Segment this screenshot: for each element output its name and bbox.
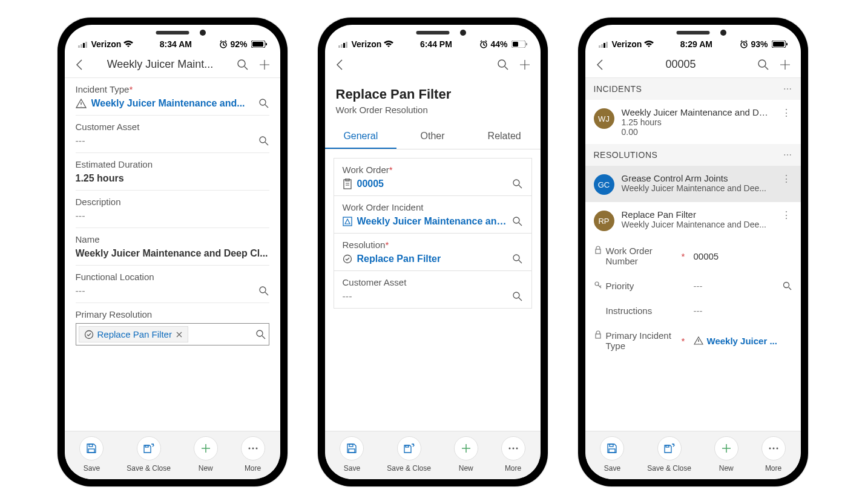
field-instructions[interactable]: Instructions ---: [585, 298, 801, 323]
back-button[interactable]: [72, 57, 87, 72]
field-description[interactable]: Description ---: [76, 191, 269, 228]
field-customer-asset[interactable]: Customer Asset ---: [76, 116, 269, 153]
wifi-icon: [123, 41, 133, 48]
signal-icon: [338, 41, 349, 48]
svg-rect-26: [513, 42, 518, 47]
remove-chip-icon[interactable]: [176, 331, 183, 338]
search-button[interactable]: [755, 56, 772, 73]
field-label: Estimated Duration: [76, 159, 269, 169]
item-line2: 1.25 hours: [622, 117, 773, 127]
add-button[interactable]: [777, 56, 794, 73]
field-label: Resolution: [343, 240, 386, 250]
save-button[interactable]: Save: [600, 436, 624, 473]
form-content: INCIDENTS ⋯ WJ Weekly Juicer Maintenance…: [585, 78, 801, 431]
new-button[interactable]: New: [454, 436, 478, 473]
svg-point-13: [257, 330, 263, 336]
search-button[interactable]: [234, 56, 251, 73]
resolution-list-item[interactable]: RP Replace Pan Filter Weekly Juicer Main…: [585, 202, 801, 238]
save-button[interactable]: Save: [340, 436, 364, 473]
save-close-icon: [403, 443, 415, 454]
wifi-icon: [644, 41, 654, 48]
svg-rect-1: [81, 44, 82, 48]
add-button[interactable]: [256, 56, 273, 73]
svg-rect-39: [406, 445, 409, 447]
carrier-label: Verizon: [612, 39, 642, 49]
button-label: Save: [344, 464, 360, 473]
section-title: RESOLUTIONS: [594, 150, 658, 160]
section-more-icon[interactable]: ⋯: [783, 150, 792, 160]
svg-rect-44: [601, 44, 603, 48]
svg-point-59: [769, 447, 771, 449]
back-button[interactable]: [593, 57, 607, 72]
svg-rect-0: [78, 45, 80, 48]
lookup-icon[interactable]: [512, 178, 523, 189]
section-title: INCIDENTS: [594, 84, 642, 94]
more-button[interactable]: More: [241, 436, 265, 473]
more-button[interactable]: More: [501, 436, 525, 473]
tab-related[interactable]: Related: [469, 125, 541, 149]
field-incident-type[interactable]: Incident Type* Weekly Juicer Maintenance…: [76, 78, 269, 116]
search-button[interactable]: [495, 56, 511, 73]
tab-general[interactable]: General: [325, 125, 397, 149]
field-value: Weekly Juicer ...: [707, 336, 777, 346]
field-name[interactable]: Name Weekly Juicer Maintenance and Deep …: [76, 228, 269, 266]
button-label: New: [199, 464, 213, 473]
field-value: ---: [694, 281, 703, 291]
wifi-icon: [384, 41, 393, 48]
field-label: Work Order: [343, 165, 389, 175]
field-primary-resolution[interactable]: Primary Resolution Replace Pan Filter: [76, 303, 269, 352]
incident-icon: [343, 217, 352, 226]
lookup-icon[interactable]: [258, 136, 269, 146]
svg-rect-38: [349, 449, 355, 453]
field-functional-location[interactable]: Functional Location ---: [76, 266, 269, 303]
field-resolution[interactable]: Resolution* Replace Pan Filter: [334, 234, 531, 271]
more-button[interactable]: More: [761, 436, 786, 473]
field-value: Weekly Juicer Maintenance and...: [357, 216, 507, 227]
lookup-icon[interactable]: [512, 291, 523, 302]
back-button[interactable]: [332, 57, 347, 72]
lookup-icon[interactable]: [783, 281, 792, 291]
lookup-icon[interactable]: [512, 216, 523, 227]
lookup-icon[interactable]: [258, 98, 269, 109]
item-more-icon[interactable]: ⋮: [780, 107, 792, 119]
svg-point-54: [783, 282, 789, 287]
section-incidents-header[interactable]: INCIDENTS ⋯: [585, 78, 801, 100]
lookup-icon[interactable]: [512, 254, 523, 264]
battery-percent: 44%: [490, 39, 507, 49]
field-priority[interactable]: Priority ---: [585, 273, 801, 298]
clipboard-icon: [343, 178, 352, 189]
field-customer-asset[interactable]: Customer Asset ---: [334, 271, 531, 309]
svg-rect-14: [89, 444, 93, 447]
section-resolutions-header[interactable]: RESOLUTIONS ⋯: [585, 144, 801, 166]
field-label: Customer Asset: [76, 122, 269, 132]
field-primary-incident-type: Primary Incident Type * Weekly Juicer ..…: [585, 323, 801, 358]
field-estimated-duration[interactable]: Estimated Duration 1.25 hours: [76, 153, 269, 191]
new-button[interactable]: New: [194, 436, 218, 473]
item-more-icon[interactable]: ⋮: [780, 209, 792, 221]
item-line3: 0.00: [622, 127, 773, 137]
save-close-button[interactable]: Save & Close: [387, 436, 431, 473]
lock-icon: [594, 330, 602, 339]
lookup-icon[interactable]: [258, 286, 269, 296]
add-button[interactable]: [516, 56, 533, 73]
tab-other[interactable]: Other: [396, 125, 469, 149]
resolution-list-item[interactable]: GC Grease Control Arm Joints Weekly Juic…: [585, 166, 801, 202]
more-icon: [248, 447, 258, 450]
field-work-order-incident[interactable]: Work Order Incident Weekly Juicer Mainte…: [334, 196, 531, 234]
svg-rect-45: [604, 43, 605, 48]
resolution-chip[interactable]: Replace Pan Filter: [79, 326, 188, 342]
section-more-icon[interactable]: ⋯: [783, 84, 792, 94]
key-icon: [594, 281, 602, 289]
save-close-button[interactable]: Save & Close: [127, 436, 171, 473]
save-close-icon: [143, 443, 155, 454]
field-value: ---: [343, 291, 507, 302]
field-label: Instructions: [606, 306, 653, 316]
save-button[interactable]: Save: [79, 436, 104, 473]
lookup-icon[interactable]: [255, 329, 266, 340]
field-work-order[interactable]: Work Order* 00005: [334, 159, 531, 196]
new-button[interactable]: New: [714, 436, 738, 473]
save-close-button[interactable]: Save & Close: [647, 436, 691, 473]
item-more-icon[interactable]: ⋮: [780, 173, 792, 185]
battery-icon: [251, 41, 267, 48]
incident-list-item[interactable]: WJ Weekly Juicer Maintenance and Dee... …: [585, 100, 801, 144]
